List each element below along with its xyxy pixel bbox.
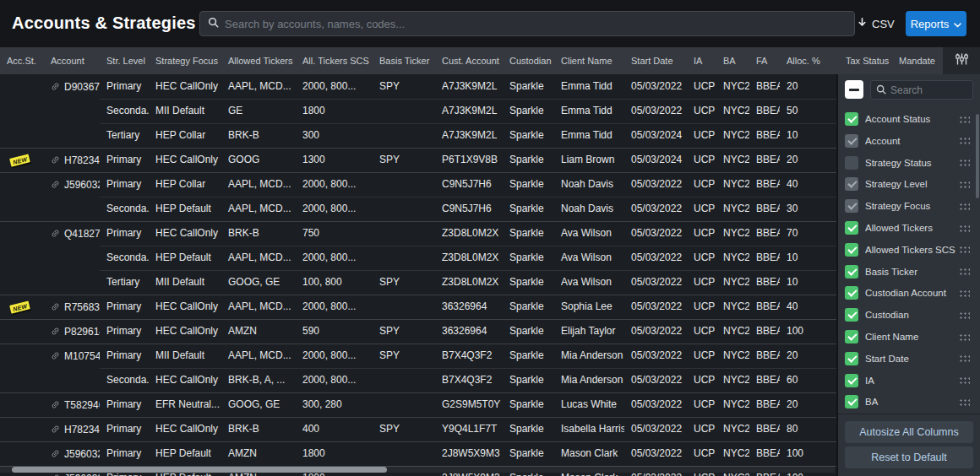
panel-item-custodian[interactable]: Custodian: [845, 307, 972, 322]
link-icon[interactable]: [49, 154, 63, 167]
table-row[interactable]: J596032PrimaryHEP CollarAAPL, MCD...2000…: [0, 172, 980, 197]
checkbox[interactable]: [845, 112, 858, 126]
drag-handle-icon[interactable]: [959, 268, 970, 275]
panel-scrollbar-thumb[interactable]: [976, 114, 979, 198]
table-row[interactable]: Seconda...HEP DefaultAAPL, MCD...2000, 8…: [0, 246, 980, 270]
table-row[interactable]: D903671PrimaryHEC CallOnlyAAPL, MCD...20…: [0, 74, 980, 99]
panel-item-ba[interactable]: BA: [845, 394, 972, 409]
drag-handle-icon[interactable]: [959, 333, 970, 341]
panel-item-allowed-tickers-scs[interactable]: Allowed Tickers SCS: [845, 242, 972, 257]
panel-item-basis-ticker[interactable]: Basis Ticker: [845, 264, 972, 279]
link-icon[interactable]: [49, 423, 63, 436]
panel-item-custodian-account[interactable]: Custodian Account: [845, 285, 972, 300]
column-header-alloc[interactable]: Alloc. %: [780, 47, 839, 74]
table-row[interactable]: TertiaryMII DefaultGOOG, GE100, 800SPYZ3…: [0, 270, 980, 295]
drag-handle-icon[interactable]: [959, 116, 970, 123]
panel-item-ia[interactable]: IA: [845, 373, 972, 388]
horizontal-scrollbar[interactable]: [0, 466, 835, 473]
link-icon[interactable]: [49, 300, 63, 314]
drag-handle-icon[interactable]: [959, 398, 970, 406]
drag-handle-icon[interactable]: [959, 289, 970, 297]
table-row[interactable]: TertiaryHEP CollarBRK-B300A7J3K9M2LSpark…: [0, 123, 980, 148]
link-icon[interactable]: [49, 227, 63, 241]
table-row[interactable]: Seconda...MII DefaultGE1800A7J3K9M2LSpar…: [0, 99, 980, 123]
reports-button[interactable]: Reports: [906, 11, 966, 36]
csv-export-button[interactable]: CSV: [853, 11, 898, 36]
link-icon[interactable]: [49, 325, 63, 338]
table-row[interactable]: NEWR756831PrimaryHEC CallOnlyAAPL, MCD..…: [0, 295, 980, 319]
cell-custAcct: G2S9M5T0Y: [435, 392, 503, 417]
column-header-custAcct[interactable]: Cust. Account: [435, 47, 503, 74]
column-header-mandate[interactable]: Mandate: [892, 47, 955, 74]
cell-ba: NYC2: [716, 368, 749, 392]
deselect-all-checkbox[interactable]: [845, 80, 863, 99]
checkbox[interactable]: [845, 374, 858, 387]
panel-item-start-date[interactable]: Start Date: [845, 351, 972, 366]
panel-item-strategy-focus[interactable]: Strategy Focus: [845, 198, 972, 214]
panel-item-strategy-level[interactable]: Strategy Level: [845, 176, 972, 192]
checkbox[interactable]: [845, 395, 858, 408]
column-header-allowed[interactable]: Allowed Tickers: [221, 47, 296, 74]
column-header-basis[interactable]: Basis Ticker: [373, 47, 435, 74]
table-row[interactable]: Seconda...HEC CallOnlyBRK-B, A, ...2000,…: [0, 368, 980, 392]
table-row[interactable]: P829614PrimaryHEC CallOnlyAMZN590SPY3632…: [0, 319, 980, 343]
drag-handle-icon[interactable]: [959, 181, 970, 188]
panel-item-allowed-tickers[interactable]: Allowed Tickers: [845, 220, 972, 235]
checkbox[interactable]: [845, 243, 858, 257]
checkbox[interactable]: [845, 308, 858, 322]
autosize-all-columns-button[interactable]: Autosize All Columns: [845, 421, 973, 443]
column-header-account[interactable]: Account: [44, 47, 100, 74]
drag-handle-icon[interactable]: [959, 203, 970, 210]
checkbox[interactable]: [845, 330, 858, 343]
checkbox[interactable]: [845, 177, 858, 191]
table-row[interactable]: M107543PrimaryMII DefaultAAPL, MCD...200…: [0, 343, 980, 368]
link-icon[interactable]: [49, 349, 63, 363]
column-header-scs[interactable]: All. Tickers SCS: [296, 47, 373, 74]
panel-item-strategy-status[interactable]: Strategy Status: [845, 155, 972, 170]
checkbox[interactable]: [845, 286, 858, 300]
column-header-focus[interactable]: Strategy Focus: [149, 47, 221, 74]
checkbox[interactable]: [845, 221, 858, 235]
drag-handle-icon[interactable]: [959, 246, 970, 253]
global-search[interactable]: [199, 11, 855, 36]
column-header-client[interactable]: Client Name: [554, 47, 624, 74]
column-header-tax[interactable]: Tax Status: [839, 47, 892, 74]
checkbox[interactable]: [845, 134, 858, 148]
panel-item-account-status[interactable]: Account Status: [845, 111, 972, 127]
table-row[interactable]: NEWH782345PrimaryHEC CallOnlyGOOG1300SPY…: [0, 148, 980, 172]
column-header-accst[interactable]: Acc.St.: [0, 47, 44, 74]
drag-handle-icon[interactable]: [959, 376, 970, 384]
drag-handle-icon[interactable]: [959, 224, 970, 232]
drag-handle-icon[interactable]: [959, 311, 970, 319]
table-row[interactable]: H782345PrimaryHEC CallOnlyBRK-B400SPYY9Q…: [0, 417, 980, 441]
drag-handle-icon[interactable]: [959, 354, 970, 362]
link-icon[interactable]: [49, 447, 63, 461]
checkbox[interactable]: [845, 199, 858, 213]
checkbox[interactable]: [845, 352, 858, 365]
panel-item-client-name[interactable]: Client Name: [845, 329, 972, 344]
drag-handle-icon[interactable]: [959, 159, 970, 166]
cell-date: 05/03/2022: [624, 197, 687, 221]
column-header-strLevel[interactable]: Str. Level: [100, 47, 149, 74]
panel-search-input[interactable]: [890, 84, 967, 96]
column-header-ba[interactable]: BA: [716, 47, 749, 74]
table-row[interactable]: Q418276PrimaryHEC CallOnlyBRK-B750Z3D8L0…: [0, 221, 980, 246]
link-icon[interactable]: [49, 398, 63, 412]
drag-handle-icon[interactable]: [959, 137, 970, 144]
reset-to-default-button[interactable]: Reset to Default: [845, 446, 973, 468]
horizontal-scrollbar-thumb[interactable]: [12, 467, 387, 473]
panel-item-account[interactable]: Account: [845, 133, 972, 149]
column-header-fa[interactable]: FA: [749, 47, 780, 74]
column-header-date[interactable]: Start Date: [624, 47, 687, 74]
table-row[interactable]: Seconda...HEP DefaultAAPL, MCD...2000, 8…: [0, 197, 980, 221]
table-row[interactable]: T582946PrimaryEFR Neutral...GOOG, GE300,…: [0, 392, 980, 417]
column-header-ia[interactable]: IA: [687, 47, 716, 74]
panel-search[interactable]: [870, 80, 973, 100]
column-header-custodian[interactable]: Custodian: [503, 47, 554, 74]
link-icon[interactable]: [49, 178, 63, 192]
link-icon[interactable]: [49, 80, 63, 94]
checkbox[interactable]: [845, 265, 858, 279]
search-input[interactable]: [225, 18, 847, 30]
checkbox[interactable]: [845, 156, 858, 170]
table-row[interactable]: J596032PrimaryHEP DefaultAMZN18002J8W5X9…: [0, 441, 980, 466]
